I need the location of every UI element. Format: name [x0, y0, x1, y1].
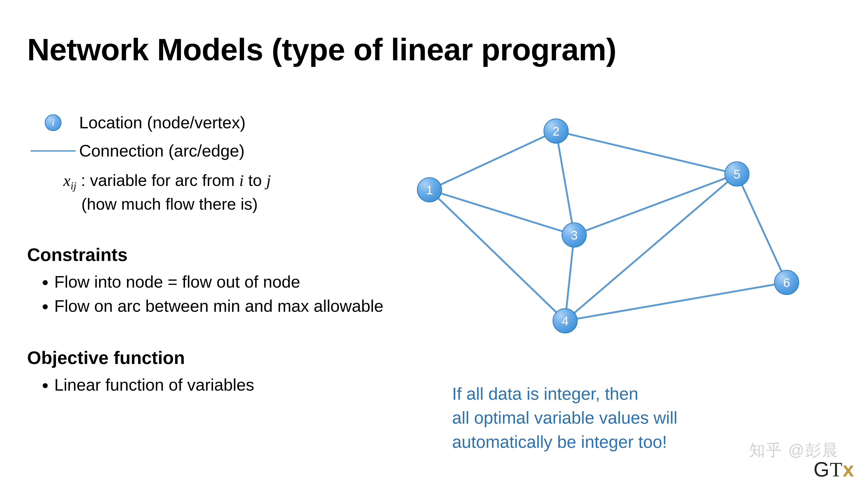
graph-node-label: 2	[553, 124, 559, 138]
note-line: all optimal variable values will	[452, 408, 677, 427]
gtx-logo: GTx	[813, 458, 855, 481]
graph-edge	[737, 174, 786, 283]
left-column: i Location (node/vertex) Connection (arc…	[27, 113, 434, 397]
list-item: Flow into node = flow out of node	[54, 270, 434, 294]
watermark: 知乎 @彭晨	[749, 440, 839, 461]
graph-edge	[430, 190, 565, 321]
logo-g: G	[813, 458, 830, 481]
variable-desc-2: (how much flow there is)	[81, 195, 258, 213]
graph-svg: 123456	[402, 108, 820, 346]
constraints-list: Flow into node = flow out of node Flow o…	[54, 270, 434, 318]
list-item: Flow on arc between min and max allowabl…	[54, 294, 434, 318]
node-sample-circle: i	[45, 114, 61, 131]
objective-list: Linear function of variables	[54, 373, 434, 397]
note-line: If all data is integer, then	[452, 384, 638, 403]
note-line: automatically be integer too!	[452, 432, 667, 451]
graph-node-label: 5	[733, 167, 740, 181]
variable-i: i	[239, 171, 244, 190]
variable-desc-1: : variable for arc from	[81, 171, 235, 189]
graph-node-label: 1	[426, 183, 433, 197]
network-graph: 123456	[402, 108, 820, 346]
legend-edge-label: Connection (arc/edge)	[79, 141, 245, 160]
variable-to: to	[248, 171, 262, 189]
legend-node-label: Location (node/vertex)	[79, 113, 246, 132]
node-icon: i	[27, 114, 79, 131]
graph-edge	[430, 190, 574, 235]
graph-edge	[556, 131, 737, 174]
graph-node-label: 3	[570, 228, 578, 242]
edge-icon	[27, 150, 79, 152]
list-item: Linear function of variables	[54, 373, 434, 397]
constraints-heading: Constraints	[27, 245, 434, 265]
graph-node-label: 4	[561, 314, 568, 328]
variable-j: j	[266, 171, 271, 190]
variable-definition: xij : variable for arc from i to j (how …	[63, 169, 434, 215]
graph-edge	[574, 174, 737, 235]
graph-edge	[565, 174, 737, 321]
edges-layer	[430, 131, 786, 321]
nodes-layer: 123456	[417, 119, 799, 333]
graph-edge	[430, 131, 556, 190]
edge-sample-line	[31, 150, 76, 152]
legend-edge-row: Connection (arc/edge)	[27, 141, 434, 160]
logo-x: x	[843, 458, 855, 481]
graph-edge	[556, 131, 574, 235]
variable-symbol: xij	[63, 171, 76, 190]
slide: Network Models (type of linear program) …	[0, 0, 868, 488]
logo-t: T	[830, 458, 843, 481]
objective-heading: Objective function	[27, 348, 434, 368]
legend-node-row: i Location (node/vertex)	[27, 113, 434, 132]
slide-title: Network Models (type of linear program)	[27, 32, 841, 68]
graph-edge	[565, 235, 574, 321]
graph-edge	[565, 283, 786, 321]
graph-node-label: 6	[783, 275, 790, 290]
